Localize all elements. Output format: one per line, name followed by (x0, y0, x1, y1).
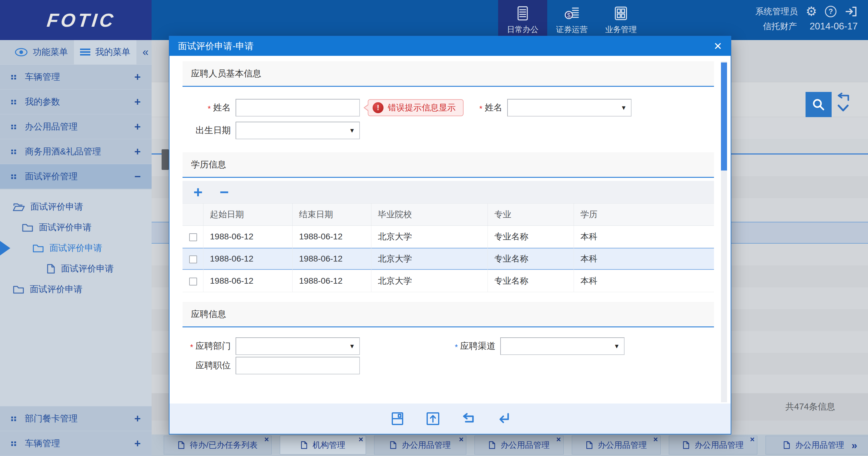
search-icon (811, 97, 826, 112)
sidebar-group-my-params[interactable]: 我的参数 + (0, 89, 152, 114)
close-icon[interactable]: × (459, 435, 464, 444)
reset-icon[interactable] (836, 92, 856, 102)
collapse-minus-icon[interactable]: − (134, 170, 141, 183)
sidebar-collapse-button[interactable]: « (143, 46, 149, 59)
close-icon[interactable]: × (653, 435, 658, 444)
expand-icon[interactable]: + (134, 145, 141, 158)
row-checkbox[interactable] (189, 255, 197, 263)
more-tabs-icon[interactable]: » (851, 439, 858, 451)
application-root: 共474条信息 FOTIC 日常办公 (0, 0, 868, 456)
sidebar-tab-function-menu[interactable]: 功能菜单 (8, 40, 74, 65)
tree-item-interview-apply[interactable]: 面试评价申请 (0, 217, 152, 238)
sidebar-group-vehicle[interactable]: 车辆管理 + (0, 65, 152, 89)
close-icon[interactable]: × (750, 435, 754, 444)
search-button[interactable] (806, 92, 832, 117)
chevron-down-icon: ▼ (349, 127, 355, 134)
bg-hidden-element (162, 149, 169, 170)
tree-item-interview-apply[interactable]: 面试评价申请 (0, 279, 152, 300)
tree-item-label: 面试评价申请 (30, 201, 83, 213)
group-dots-icon (11, 74, 17, 80)
chevron-down-icon[interactable] (836, 104, 856, 113)
sidebar-tabs: 功能菜单 我的菜单 « (0, 40, 152, 65)
save-icon[interactable] (391, 412, 404, 425)
apply-channel-select[interactable]: ▼ (500, 337, 624, 355)
tree-item-label: 面试评价申请 (61, 263, 114, 275)
tree-item-interview-apply[interactable]: 面试评价申请 (0, 197, 152, 217)
cell-degree: 本科 (574, 248, 714, 270)
tree-item-interview-apply-selected[interactable]: 面试评价申请 (0, 238, 152, 258)
apply-position-input[interactable] (236, 357, 360, 374)
close-icon[interactable]: ✕ (714, 40, 722, 52)
gear-icon[interactable]: ⚙ (806, 5, 817, 18)
error-icon: ! (373, 102, 383, 113)
bottom-tab-office-supplies[interactable]: 办公用品管理 × (374, 436, 466, 455)
bottom-tab-office-supplies[interactable]: 办公用品管理 × (474, 436, 564, 455)
scrollbar-thumb[interactable] (721, 62, 727, 171)
close-icon[interactable]: × (265, 435, 269, 444)
tree-item-interview-apply[interactable]: 面试评价申请 (0, 258, 152, 279)
menu-list-icon (80, 48, 90, 56)
table-row-selected[interactable]: 1988-06-12 1988-06-12 北京大学 专业名称 本科 (183, 248, 714, 270)
nav-tab-securities[interactable]: $ 证券运营 (547, 0, 596, 40)
upload-icon[interactable] (426, 412, 440, 425)
table-row[interactable]: 1988-06-12 1988-06-12 北京大学 专业名称 本科 (183, 270, 714, 292)
user-department: 信托财产 (763, 21, 797, 32)
nav-tab-daily-office[interactable]: 日常办公 (498, 0, 547, 40)
sidebar-tab-label: 功能菜单 (33, 46, 68, 58)
dialog-scrollbar[interactable] (721, 61, 727, 402)
required-marker-blue: * (455, 343, 458, 352)
required-marker: * (208, 104, 211, 113)
group-label: 办公用品管理 (25, 121, 78, 133)
field-label-apply-channel: * 应聘渠道 (360, 340, 500, 352)
column-header: 专业 (488, 204, 574, 226)
sidebar-group-wine-gifts[interactable]: 商务用酒&礼品管理 + (0, 139, 152, 164)
group-dots-icon (11, 416, 17, 421)
expand-icon[interactable]: + (134, 95, 141, 108)
record-count-text: 共474条信息 (785, 401, 835, 413)
form-row-apply-position: 应聘职位 (183, 357, 719, 374)
name-input[interactable] (236, 99, 360, 116)
sidebar-group-vehicle-2[interactable]: 车辆管理 + (0, 431, 152, 456)
dialog-titlebar[interactable]: 面试评价申请-申请 ✕ (169, 36, 731, 56)
file-icon (46, 264, 56, 274)
sidebar-tab-my-menu[interactable]: 我的菜单 (74, 40, 136, 65)
document-icon (783, 440, 790, 450)
close-icon[interactable]: × (556, 435, 561, 444)
checkbox-column-header (183, 204, 203, 226)
form-row-name: * 姓名 ! 错误提示信息显示 * 姓名 ▼ (183, 99, 719, 116)
name-select[interactable]: ▼ (507, 99, 631, 116)
help-icon[interactable]: ? (825, 6, 836, 17)
bottom-tab-office-supplies[interactable]: 办公用品管理 × (669, 436, 757, 455)
bottom-tab-office-supplies[interactable]: 办公用品管理 × (572, 436, 661, 455)
document-list-icon (515, 5, 531, 21)
app-header: FOTIC 日常办公 (0, 0, 868, 40)
row-checkbox[interactable] (189, 278, 197, 285)
apply-dept-select[interactable]: ▼ (236, 337, 360, 355)
group-label: 面试评价管理 (25, 171, 78, 183)
sidebar-group-meal-card[interactable]: 部门餐卡管理 + (0, 406, 152, 431)
birthdate-select[interactable]: ▼ (236, 122, 360, 139)
enter-icon[interactable] (496, 412, 510, 425)
bottom-tab-tasks[interactable]: 待办/已办任务列表 × (164, 436, 272, 455)
remove-row-button[interactable]: − (219, 184, 228, 200)
logout-icon[interactable] (844, 5, 858, 18)
sidebar-group-interview-eval[interactable]: 面试评价管理 − (0, 164, 152, 189)
close-icon[interactable]: × (359, 435, 363, 444)
nav-tab-business[interactable]: 业务管理 (596, 0, 646, 40)
expand-icon[interactable]: + (134, 71, 141, 83)
bottom-tab-office-supplies[interactable]: 办公用品管理 » (766, 436, 868, 455)
add-row-button[interactable]: + (193, 184, 203, 200)
table-row[interactable]: 1988-06-12 1988-06-12 北京大学 专业名称 本科 (183, 226, 714, 248)
expand-icon[interactable]: + (134, 120, 141, 133)
undo-icon[interactable] (461, 412, 475, 425)
bottom-tab-label: 办公用品管理 (694, 439, 744, 451)
cell-degree: 本科 (574, 270, 714, 292)
cell-school: 北京大学 (371, 248, 488, 270)
expand-icon[interactable]: + (134, 437, 141, 450)
sidebar-group-office-supplies[interactable]: 办公用品管理 + (0, 114, 152, 139)
current-date: 2014-06-17 (809, 21, 858, 32)
bottom-tab-org-mgmt[interactable]: 机构管理 × (280, 436, 366, 455)
expand-icon[interactable]: + (134, 412, 141, 425)
dialog-body: 应聘人员基本信息 * 姓名 ! 错误提示信息显示 * 姓名 ▼ (169, 56, 731, 403)
row-checkbox[interactable] (189, 233, 197, 241)
